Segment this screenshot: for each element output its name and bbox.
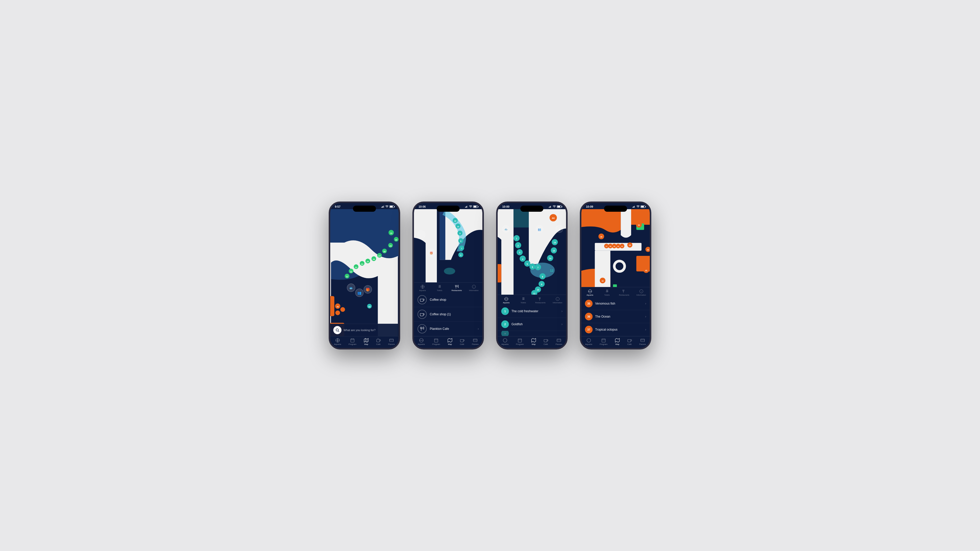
svg-point-137 [522, 297, 523, 298]
nav-aquaria-3[interactable]: Aquaria [501, 338, 509, 345]
aquaria-chevron-37: › [645, 328, 646, 331]
list-item-coffee-shop-1[interactable]: Coffee shop (1) [414, 307, 482, 322]
nav-cafe-3[interactable]: Café [544, 338, 548, 345]
tab-toilets-2[interactable]: Toilets [434, 285, 445, 292]
tab-bar-4: Aquaria Toilets Restaurants Information [581, 287, 650, 297]
svg-text:10: 10 [537, 289, 539, 291]
svg-text:8: 8 [542, 275, 543, 278]
svg-text:30: 30 [395, 239, 397, 241]
tab-information-2[interactable]: Information [468, 285, 479, 292]
status-icons-2 [465, 205, 478, 208]
aquaria-item-35[interactable]: 35 Venomous fish › [581, 297, 650, 310]
phone-2: 10:06 [412, 202, 484, 349]
signal-icon-3 [549, 205, 552, 208]
nav-passes-3[interactable]: Passes [555, 338, 562, 345]
svg-text:22: 22 [350, 271, 352, 273]
map-nav-icon-4 [615, 338, 620, 343]
tab-aquaria-2[interactable]: Aquaria [417, 285, 428, 292]
tab-toilets-4[interactable]: Toilets [601, 289, 613, 296]
phone-4: 10:09 [580, 202, 651, 349]
information-tab-icon-2 [472, 285, 476, 289]
aquaria-item-2[interactable]: 2 Goldfish › [498, 318, 566, 331]
battery-icon-2 [473, 205, 478, 208]
nav-map-1[interactable]: Map [364, 338, 369, 345]
aquaria-badge-2: 2 [501, 321, 509, 328]
svg-text:28: 28 [383, 251, 386, 253]
nav-aquaria-1[interactable]: Aquaria [334, 338, 341, 345]
svg-point-37 [340, 307, 345, 312]
program-icon-1 [350, 338, 355, 343]
svg-text:12: 12 [550, 269, 554, 272]
svg-text:7: 7 [461, 248, 462, 250]
restaurants-tab-icon-2 [455, 285, 459, 289]
nav-passes-1[interactable]: Passes [388, 338, 395, 345]
svg-rect-90 [473, 339, 477, 342]
coffee-shop-1-icon [417, 310, 427, 319]
nav-map-4[interactable]: Map [615, 338, 620, 345]
svg-point-4 [387, 207, 387, 208]
nav-map-3[interactable]: Map [531, 338, 536, 345]
restaurant-list-2: Coffee shop Coffee shop (1) Plankton Caf… [414, 292, 482, 336]
aquaria-badge-3-partial: 3 [501, 331, 509, 336]
tab-restaurants-3[interactable]: Restaurants [535, 297, 546, 304]
nav-program-2[interactable]: Program [432, 338, 440, 345]
list-item-plankton[interactable]: Plankton Cafe › [414, 322, 482, 336]
svg-text:42: 42 [601, 280, 604, 282]
nav-aquaria-2[interactable]: Aquaria [418, 338, 425, 345]
svg-rect-2 [383, 206, 383, 208]
svg-text:9: 9 [541, 283, 542, 286]
battery-icon-4 [641, 205, 645, 208]
tab-aquaria-4[interactable]: Aquaria [584, 289, 596, 296]
svg-text:14: 14 [549, 257, 552, 260]
nav-program-1[interactable]: Program [348, 338, 356, 345]
svg-text:45: 45 [647, 249, 649, 251]
svg-text:ℹ: ℹ [559, 228, 560, 231]
map-svg-1: 33 30 29 28 27 26 25 24 31 32 23 22 21 4… [330, 209, 399, 336]
aquaria-item-36[interactable]: 36 The Ocean › [581, 310, 650, 323]
aquaria-chevron-35: › [645, 302, 646, 305]
time-3: 10:00 [502, 205, 509, 208]
tab-toilets-3[interactable]: Toilets [518, 297, 529, 304]
phone-1: 9:57 [329, 202, 400, 349]
svg-rect-148 [633, 206, 634, 208]
tab-aquaria-3[interactable]: Aquaria [501, 297, 512, 304]
aquaria-item-1[interactable]: 1 The cold freshwater › [498, 305, 566, 318]
svg-text:11: 11 [533, 292, 536, 295]
svg-point-83 [440, 285, 441, 286]
svg-text:29: 29 [390, 245, 392, 247]
restaurants-tab-icon-4 [622, 289, 626, 293]
bottom-nav-1: Aquaria Program Map Café Passes [330, 336, 399, 348]
tab-restaurants-4[interactable]: Restaurants [619, 289, 630, 296]
nav-cafe-1[interactable]: Café [376, 338, 381, 345]
nav-passes-4[interactable]: Passes [639, 338, 646, 345]
tab-restaurants-2[interactable]: Restaurants [451, 285, 463, 292]
tab-information-4[interactable]: Information [636, 289, 647, 296]
aquaria-item-37[interactable]: 37 Tropical octopus › [581, 323, 650, 336]
list-item-coffee-shop[interactable]: Coffee shop [414, 292, 482, 307]
search-icon-circle [333, 326, 342, 334]
svg-marker-187 [615, 338, 620, 342]
svg-line-47 [338, 331, 339, 332]
nav-aquaria-4[interactable]: Aquaria [585, 338, 592, 345]
status-icons-3 [549, 205, 562, 208]
aquaria-badge-35: 35 [585, 300, 593, 307]
nav-passes-2[interactable]: Passes [472, 338, 479, 345]
svg-rect-188 [641, 339, 645, 342]
nav-program-4[interactable]: Program [600, 338, 608, 345]
svg-rect-145 [557, 339, 561, 342]
svg-text:16: 16 [454, 220, 456, 222]
svg-text:42: 42 [368, 306, 371, 308]
svg-rect-3 [384, 205, 384, 208]
wifi-icon-3 [553, 205, 556, 208]
nav-cafe-4[interactable]: Café [627, 338, 632, 345]
svg-text:33: 33 [390, 232, 392, 234]
nav-program-3[interactable]: Program [516, 338, 524, 345]
tab-information-3[interactable]: Information [552, 297, 563, 304]
aquaria-badge-37: 37 [585, 326, 593, 333]
search-bar-1[interactable]: What are you looking for? [330, 324, 399, 336]
svg-text:15: 15 [457, 225, 459, 228]
svg-text:16: 16 [554, 241, 556, 244]
nav-cafe-2[interactable]: Café [460, 338, 465, 345]
nav-map-2[interactable]: Map [448, 338, 452, 345]
svg-text:40: 40 [617, 245, 619, 247]
